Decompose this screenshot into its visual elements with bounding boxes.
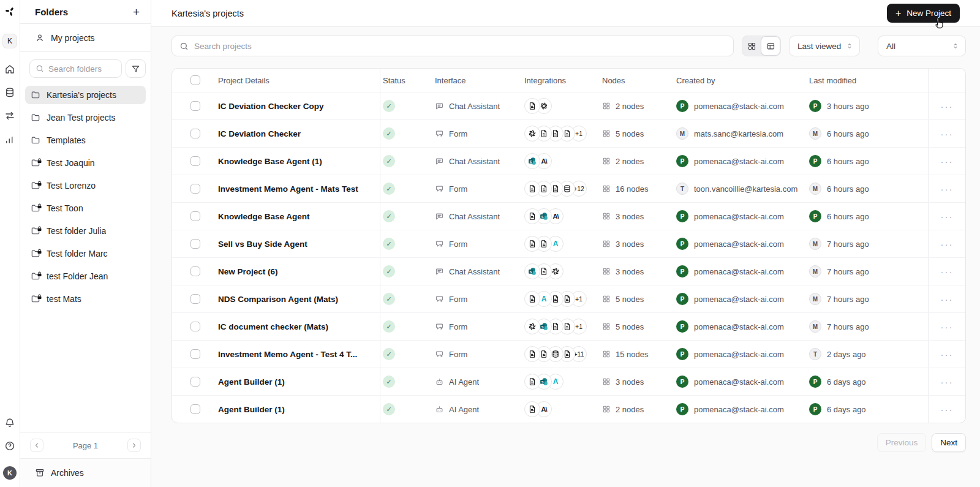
table-pager: Previous Next <box>172 433 966 462</box>
row-checkbox[interactable] <box>190 239 200 249</box>
add-folder-button[interactable]: + <box>130 5 142 19</box>
project-name[interactable]: Agent Builder (1) <box>218 405 292 414</box>
project-name[interactable]: New Project (6) <box>218 267 285 276</box>
sidebar-folder-item[interactable]: Jean Test projects <box>25 108 146 127</box>
project-name[interactable]: Investment Memo Agent - Mats Test <box>218 184 366 194</box>
row-menu-button[interactable]: ··· <box>937 292 957 306</box>
sidebar-folder-item[interactable]: Test Joaquin <box>25 154 146 172</box>
analytics-icon[interactable] <box>4 134 15 145</box>
row-menu-button[interactable]: ··· <box>937 320 957 334</box>
row-menu-button[interactable]: ··· <box>937 154 957 168</box>
folders-prev-page-button[interactable] <box>30 439 43 452</box>
row-menu-button[interactable]: ··· <box>937 99 957 113</box>
previous-page-button[interactable]: Previous <box>877 433 927 452</box>
doc-logo-icon <box>551 129 560 138</box>
doc-logo-icon <box>528 295 537 303</box>
integration-doc <box>524 181 540 197</box>
sidebar-folder-item[interactable]: test Mats <box>25 290 146 308</box>
connections-icon[interactable] <box>4 110 15 121</box>
folder-search-box <box>29 59 122 78</box>
row-menu-button[interactable]: ··· <box>937 237 957 251</box>
integration-stack: A <box>524 236 564 252</box>
help-icon[interactable] <box>4 440 15 451</box>
created-by-email: pomenaca@stack-ai.com <box>694 157 784 166</box>
project-name[interactable]: Knowledge Base Agent <box>218 212 317 221</box>
form-interface-icon <box>435 129 444 138</box>
sort-select[interactable]: Last viewed <box>789 36 860 56</box>
home-icon[interactable] <box>4 64 15 75</box>
folder-filter-button[interactable] <box>126 59 146 78</box>
row-checkbox[interactable] <box>190 101 200 111</box>
folders-next-page-button[interactable] <box>127 439 141 452</box>
sidebar-folder-item[interactable]: Test Lorenzo <box>25 176 146 195</box>
last-modified-avatar: P <box>809 376 821 388</box>
project-name[interactable]: Investment Memo Agent - Test 4 T... <box>218 350 364 359</box>
sidebar-folder-item[interactable]: Test folder Julia <box>25 222 146 240</box>
sidebar-item-archives[interactable]: Archives <box>20 458 151 487</box>
workspace-avatar[interactable]: K <box>2 34 17 48</box>
interface-cell: AI Agent <box>432 368 521 395</box>
sidebar-item-my-projects[interactable]: My projects <box>20 24 151 52</box>
scope-filter-select[interactable]: All <box>878 36 966 56</box>
sidebar-folder-item[interactable]: Test folder Marc <box>25 244 146 263</box>
projects-table: Project Details Status Interface Integra… <box>172 68 966 423</box>
integrations-cell: +12 <box>521 175 601 202</box>
interface-cell: Form <box>432 175 521 202</box>
row-checkbox[interactable] <box>190 266 200 276</box>
project-name[interactable]: Agent Builder (1) <box>218 377 292 387</box>
last-modified-avatar: M <box>809 127 821 140</box>
project-name[interactable]: Sell vs Buy Side Agent <box>218 240 315 249</box>
sidebar-folder-item[interactable]: Test Toon <box>25 199 146 217</box>
row-checkbox[interactable] <box>190 377 200 387</box>
status-active-icon: ✓ <box>383 265 395 277</box>
row-checkbox[interactable] <box>190 294 200 304</box>
grid-view-button[interactable] <box>742 36 761 56</box>
project-name[interactable]: Knowledge Base Agent (1) <box>218 157 330 166</box>
row-menu-button[interactable]: ··· <box>937 347 957 361</box>
row-menu-button[interactable]: ··· <box>937 402 957 417</box>
project-name[interactable]: IC Deviation Checker Copy <box>218 102 331 111</box>
next-page-button[interactable]: Next <box>932 433 966 452</box>
sidebar-folder-item[interactable]: test Folder Jean <box>25 267 146 285</box>
folder-icon <box>31 90 40 100</box>
interface-label: Form <box>449 350 467 359</box>
row-checkbox[interactable] <box>190 404 200 414</box>
integration-stack: A\ <box>524 401 552 417</box>
folder-label: Kartesia's projects <box>47 90 116 100</box>
sidebar-folder-item[interactable]: Kartesia's projects <box>25 86 146 104</box>
svg-text:S: S <box>541 325 544 329</box>
table-view-button[interactable] <box>761 36 780 56</box>
row-menu-button[interactable]: ··· <box>937 127 957 141</box>
folders-sidebar: Folders + My projects Kartesia's project… <box>20 0 151 487</box>
row-menu-button[interactable]: ··· <box>937 182 957 196</box>
sidebar-folder-item[interactable]: Templates <box>25 131 146 149</box>
created-by-cell: Ppomenaca@stack-ai.com <box>674 285 806 312</box>
row-checkbox[interactable] <box>190 129 200 138</box>
status-active-icon: ✓ <box>383 100 395 112</box>
project-search-input[interactable] <box>194 42 726 51</box>
notifications-bell-icon[interactable] <box>4 417 15 428</box>
a-logo: A <box>553 377 559 386</box>
row-menu-button[interactable]: ··· <box>937 375 957 389</box>
page-title: Kartesia's projects <box>172 9 244 18</box>
status-active-icon: ✓ <box>383 293 395 305</box>
row-checkbox[interactable] <box>190 184 200 194</box>
select-all-checkbox[interactable] <box>190 75 200 85</box>
new-project-button[interactable]: + New Project <box>887 4 960 23</box>
project-name[interactable]: IC Deviation Checker <box>218 129 308 138</box>
project-name[interactable]: IC document checker (Mats) <box>218 322 336 331</box>
row-checkbox[interactable] <box>190 349 200 359</box>
project-name[interactable]: NDS Comparison Agent (Mats) <box>218 295 345 304</box>
row-checkbox[interactable] <box>190 322 200 331</box>
folder-search-input[interactable] <box>48 64 116 74</box>
row-menu-button[interactable]: ··· <box>937 210 957 224</box>
row-checkbox[interactable] <box>190 211 200 221</box>
nodes-cell: 3 nodes <box>601 258 674 285</box>
interface-label: Form <box>449 129 467 138</box>
row-checkbox[interactable] <box>190 156 200 166</box>
status-active-icon: ✓ <box>383 238 395 250</box>
knowledge-bases-icon[interactable] <box>4 87 15 98</box>
row-menu-button[interactable]: ··· <box>937 265 957 279</box>
user-avatar[interactable]: K <box>3 466 17 480</box>
integration-sharepoint: S <box>524 263 540 279</box>
